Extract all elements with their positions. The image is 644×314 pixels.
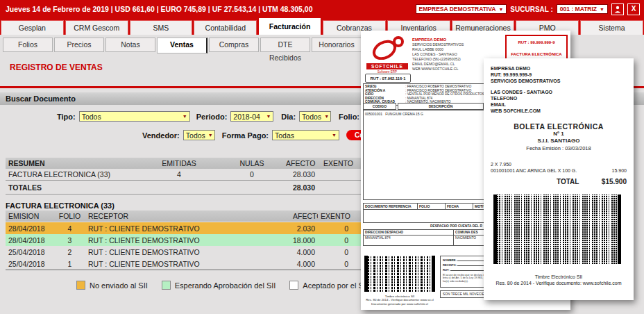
row-folio[interactable]: 1 [54,260,85,268]
row-receptor: RUT : CLIENTE DEMOSTRATIVO [85,236,290,245]
pdf417-barcode [364,256,435,292]
tab-contabilidad[interactable]: Contabilidad [194,20,257,35]
receipt-footer-line: Res. 80 de 2014 - Verifique documento: w… [484,280,634,286]
invoice-company-block: EMPRESA DEMO SERVICIOS DEMOSTRATIVOS RAU… [412,38,464,72]
row-emision: 28/04/2018 [6,236,54,245]
invoice-footer: Timbre electrónico SII Res. 80 de 2014 -… [362,295,437,306]
sucursal-select-value: 001 : MATRIZ [560,6,597,13]
row-folio[interactable]: 2 [54,248,85,256]
receipt-company-line: EMAIL [491,101,560,108]
chevron-down-icon: ▼ [324,114,329,119]
row-folio[interactable]: 3 [54,236,85,245]
invoice-company-name: EMPRESA DEMO [412,38,464,42]
row-afecto: 18.000 [290,236,318,245]
detail-section-title: FACTURA ELECTRONICA (33) [6,201,115,210]
chevron-down-icon: ▼ [183,114,187,119]
status-swatch-orange [76,281,85,290]
resumen-row-name: FACTURA ELECTRONICA (33) [6,170,137,179]
receipt-number: Nº 1 [484,131,634,138]
mouse-logo-icon [368,36,407,60]
resumen-header-emitidas: EMITIDAS [137,159,221,167]
detail-header-receptor: RECEPTOR [85,212,290,220]
tab-crm-gescom[interactable]: CRM Gescom [65,20,128,35]
row-exento: 0 [318,224,351,233]
tipo-select[interactable]: Todos ▼ [79,111,190,122]
invoice-emitter-rut: RUT : 07.962.116-1 [365,74,411,83]
folio-label: Folio: [339,113,359,121]
close-button[interactable]: X [627,3,640,15]
row-afecto: 2.030 [290,224,318,233]
invoice-footer-line: Documento generado por www.softchile.cl [362,302,437,306]
boleta-preview-document: EMPRESA DEMO RUT: 99.999.999-9 SERVICIOS… [484,58,634,300]
invoice-company-line: LAS CONDES - SANTIAGO [412,52,464,57]
receipt-title: BOLETA ELECTRÓNICA [484,122,634,131]
company-select[interactable]: EMPRESA DEMOSTRATIVA ▼ [416,4,507,14]
receipt-emission-date: Fecha Emisión : 03/03/2018 [484,145,634,151]
resumen-row-afecto: 28.030 [283,170,318,179]
legend-item-aceptado: Aceptado por el SII [289,281,368,290]
sucursal-select[interactable]: 001 : MATRIZ ▼ [557,4,608,14]
company-select-value: EMPRESA DEMOSTRATIVA [419,6,496,13]
detail-header-exento: EXENTO [318,212,351,220]
subtab-dte-recibidos[interactable]: DTE Recibidos [260,38,310,52]
user-icon [614,6,621,13]
tab-sms[interactable]: SMS [130,20,193,35]
legend-label: Aceptado por el SII [303,281,368,290]
row-exento: 0 [318,260,351,268]
invoice-doc-type: FACTURA ELECTRÓNICA [507,52,566,56]
dia-label: Dia: [281,113,296,121]
ref-header-folio: FOLIO [418,204,446,209]
chevron-down-icon: ▼ [208,133,213,138]
items-header-codigo: CODIGO [363,103,396,110]
despacho-header-direccion: DIRECCION DESPACHO [364,230,454,235]
row-folio[interactable]: 4 [54,224,85,233]
forma-pago-select[interactable]: Todas ▼ [272,130,339,140]
subtab-notas[interactable]: Notas [105,38,155,52]
receipt-item-qty: 2 X 7.950 [491,161,627,167]
receipt-item-desc: 001001001 ANC ARNICA GEL X 100 G. [491,167,577,174]
subtab-compras[interactable]: Compras [209,38,259,52]
invoice-company-line: RAUL LABBE 0000 [412,47,464,52]
receipt-company-line: SERVICIOS DEMOSTRATIVOS [491,78,560,84]
tab-facturacion[interactable]: Facturación [258,17,321,35]
row-exento: 0 [318,248,351,256]
invoice-company-line: SERVICIOS DEMOSTRATIVOS [412,42,464,47]
dia-select-value: Todos [302,113,321,121]
receipt-company-rut: RUT: 99.999.999-9 [491,72,560,78]
receipt-sii-office: S.I.I. SANTIAGO [484,138,634,144]
status-swatch-white [289,281,298,290]
logo-text: SOFTCHILE [366,63,408,69]
receipt-company-line: LAS CONDES - SANTIAGO [491,89,560,95]
search-row-2: Vendedor: Todos ▼ Forma Pago: Todas ▼ Co… [142,130,396,140]
chevron-down-icon: ▼ [498,7,503,12]
page-title: REGISTRO DE VENTAS [10,63,103,72]
tab-gesplan[interactable]: Gesplan [1,20,64,35]
subtab-honorarios[interactable]: Honorarios [312,38,362,52]
subtab-precios[interactable]: Precios [54,38,104,52]
pdf417-barcode [493,195,621,264]
legend-item-no-enviado: No enviado al SII [76,281,148,290]
acuse-nombre-label: NOMBRE: [443,258,457,262]
vendedor-label: Vendedor: [142,131,180,140]
status-swatch-green [162,281,171,290]
tab-sistema[interactable]: Sistema [580,20,643,35]
row-emision: 25/04/2018 [6,260,54,268]
ref-header-fecha: FECHA [446,204,473,209]
periodo-select[interactable]: 2018-04 ▼ [230,111,273,122]
subtab-ventas[interactable]: Ventas [157,38,207,53]
invoice-rut-box: RUT : 99.999.999-9 FACTURA ELECTRÓNICA [505,35,568,61]
periodo-label: Periodo: [196,113,228,121]
vendedor-select[interactable]: Todos ▼ [183,130,215,140]
user-button[interactable] [611,3,624,15]
row-afecto: 4.000 [290,248,318,256]
totales-afecto: 28.030 [283,183,318,192]
close-icon: X [632,6,636,13]
despacho-direccion: MANANTIAL 874 [364,236,454,245]
legend-label: Esperando Aprobación del SII [175,281,276,290]
subtab-folios[interactable]: Folios [3,38,53,52]
tipo-select-value: Todos [82,113,101,121]
status-legend: No enviado al SII Esperando Aprobación d… [76,281,395,290]
acuse-rut-label: RUT: [443,268,450,272]
search-row-1: Tipo: Todos ▼ Periodo: 2018-04 ▼ Dia: To… [57,111,403,122]
dia-select[interactable]: Todos ▼ [299,111,331,122]
